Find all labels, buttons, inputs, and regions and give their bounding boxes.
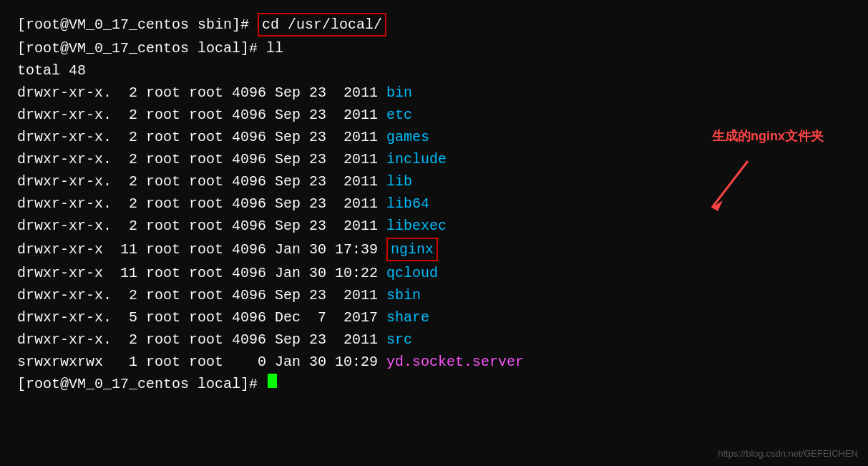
file-perms: drwxr-xr-x. 2 root root 4096 Sep 23 2011 (17, 285, 386, 306)
prompt-text: [root@VM_0_17_centos local]# (17, 374, 266, 394)
terminal-line: [root@VM_0_17_centos sbin]# cd /usr/loca… (17, 13, 851, 37)
terminal-line: drwxr-xr-x 11 root root 4096 Jan 30 17:3… (17, 238, 851, 261)
file-perms: drwxr-xr-x. 2 root root 4096 Sep 23 2011 (17, 105, 386, 125)
terminal-last-line: [root@VM_0_17_centos local]# (17, 374, 851, 394)
dir-name: libexec (386, 215, 447, 236)
prompt-text: [root@VM_0_17_centos sbin]# (17, 14, 258, 35)
terminal-line: [root@VM_0_17_centos local]# ll (17, 38, 851, 59)
file-perms: drwxr-xr-x. 2 root root 4096 Sep 23 2011 (17, 329, 386, 350)
terminal-line: drwxr-xr-x. 2 root root 4096 Sep 23 2011… (17, 329, 851, 350)
annotation-arrow (705, 154, 762, 223)
dir-name: lib (386, 171, 412, 192)
terminal-line: drwxr-xr-x. 2 root root 4096 Sep 23 2011… (17, 105, 851, 125)
file-perms: drwxr-xr-x 11 root root 4096 Jan 30 17:3… (17, 239, 386, 260)
annotation-text: 生成的nginx文件夹 (712, 127, 824, 145)
dir-name: src (386, 329, 412, 350)
file-perms: drwxr-xr-x. 2 root root 4096 Sep 23 2011 (17, 127, 386, 147)
svg-line-0 (712, 161, 748, 208)
file-perms: drwxr-xr-x 11 root root 4096 Jan 30 10:2… (17, 263, 386, 283)
dir-name: games (386, 127, 429, 147)
terminal-text: [root@VM_0_17_centos local]# ll (17, 38, 283, 59)
dir-name: qcloud (386, 263, 438, 283)
dir-name: bin (386, 82, 412, 103)
file-perms: drwxr-xr-x. 2 root root 4096 Sep 23 2011 (17, 215, 386, 236)
cursor-block (268, 374, 277, 388)
terminal-line: total 48 (17, 60, 851, 81)
terminal-line: drwxr-xr-x. 5 root root 4096 Dec 7 2017 … (17, 307, 851, 328)
terminal-line: drwxr-xr-x. 2 root root 4096 Sep 23 2011… (17, 82, 851, 103)
dir-name: share (386, 307, 429, 328)
dir-name: sbin (386, 285, 421, 306)
terminal-window: [root@VM_0_17_centos sbin]# cd /usr/loca… (0, 0, 868, 466)
socket-name: yd.socket.server (386, 351, 524, 372)
dir-name: etc (386, 105, 412, 125)
file-perms: drwxr-xr-x. 2 root root 4096 Sep 23 2011 (17, 82, 386, 103)
file-perms: drwxr-xr-x. 2 root root 4096 Sep 23 2011 (17, 193, 386, 214)
terminal-line: srwxrwxrwx 1 root root 0 Jan 30 10:29 yd… (17, 351, 851, 372)
dir-name: lib64 (386, 193, 429, 214)
dir-name-nginx: nginx (386, 238, 438, 261)
terminal-line: drwxr-xr-x. 2 root root 4096 Sep 23 2011… (17, 285, 851, 306)
terminal-text: total 48 (17, 60, 86, 81)
command-highlighted: cd /usr/local/ (258, 13, 386, 37)
dir-name-include: include (386, 149, 447, 170)
file-perms: drwxr-xr-x. 2 root root 4096 Sep 23 2011 (17, 171, 386, 192)
file-perms: srwxrwxrwx 1 root root 0 Jan 30 10:29 (17, 351, 386, 372)
terminal-line: drwxr-xr-x 11 root root 4096 Jan 30 10:2… (17, 263, 851, 283)
file-perms: drwxr-xr-x. 2 root root 4096 Sep 23 2011 (17, 149, 386, 170)
watermark: https://blog.csdn.net/GEFEICHEN (718, 448, 858, 459)
file-perms: drwxr-xr-x. 5 root root 4096 Dec 7 2017 (17, 307, 386, 328)
